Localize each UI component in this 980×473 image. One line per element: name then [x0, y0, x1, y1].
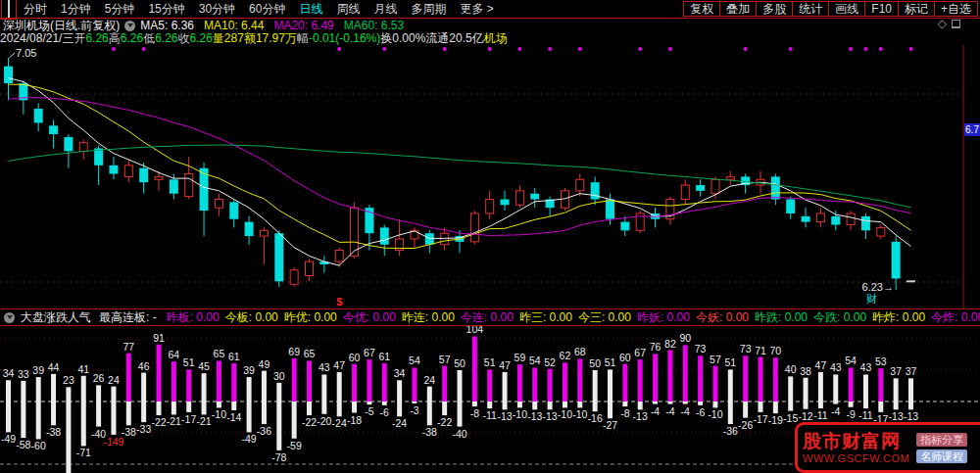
window-layout-icon — [8, 0, 10, 18]
indicator-field-今优: 今优: 0.00 — [343, 310, 396, 324]
indicator-bar-down — [36, 402, 41, 439]
menu-button-画线[interactable]: 画线 — [828, 1, 865, 17]
indicator-bar-up — [638, 359, 643, 402]
indicator-field-昨跌: 昨跌: 0.00 — [755, 310, 808, 324]
menu-bar: 分时1分钟5分钟15分钟30分钟60分钟日线周线月线多周期更多 > 复权叠加多股… — [0, 0, 980, 19]
menu-item-60分钟[interactable]: 60分钟 — [242, 1, 292, 18]
menu-button-F10[interactable]: F10 — [864, 1, 899, 17]
menu-button-复权[interactable]: 复权 — [683, 1, 720, 17]
signal-dot — [789, 47, 793, 51]
candle — [4, 67, 13, 83]
indicator-bar-up — [818, 372, 823, 402]
chart-corner-icons: ◇ — [938, 17, 960, 30]
menu-item-1分钟[interactable]: 1分钟 — [54, 1, 98, 18]
bar-top-label: 69 — [288, 346, 300, 357]
indicator-bar-down — [503, 402, 508, 409]
indicator-bar-down — [804, 402, 808, 409]
indicator-field-昨板: 昨板: 0.00 — [167, 310, 220, 324]
diamond-icon[interactable]: ◇ — [938, 17, 947, 30]
candle — [802, 216, 810, 222]
indicator-bar-down — [66, 402, 71, 473]
indicator-bar-down — [111, 402, 116, 435]
indicator-bar-up — [231, 363, 236, 402]
indicator-header: 大盘涨跌人气 最高连板: - 昨板: 0.00今板: 0.00昨优: 0.00今… — [0, 308, 980, 326]
indicator-bar-down — [638, 402, 643, 409]
duplicate-window-icon[interactable] — [952, 20, 960, 28]
indicator-bar-down — [622, 402, 627, 406]
signal-dot — [337, 47, 341, 51]
chevron-down-icon[interactable] — [124, 21, 135, 31]
bar-bottom-label: -11 — [813, 409, 828, 421]
stock-title[interactable]: 深圳机场(日线.前复权) — [3, 20, 120, 32]
indicator-bar-down — [157, 402, 162, 415]
menu-item-日线[interactable]: 日线 — [292, 1, 329, 18]
candle — [576, 179, 584, 191]
bar-bottom-label: -11 — [858, 409, 873, 421]
watermark-url: WWW.GSCFW.COM — [803, 452, 909, 465]
indicator-bar-down — [231, 402, 236, 410]
bar-top-label: 54 — [529, 355, 541, 366]
menu-button-+自选[interactable]: +自选 — [934, 1, 978, 17]
menu-item-多周期[interactable]: 多周期 — [404, 1, 453, 18]
quote-field: 换0.00% — [380, 32, 425, 45]
bar-top-label: 47 — [815, 359, 827, 371]
bar-bottom-label: -8 — [470, 407, 479, 419]
low-price-label: 6.23→ — [862, 281, 894, 293]
bar-top-label: 40 — [785, 363, 797, 375]
bar-top-label: 37 — [906, 365, 917, 377]
indicator-bar-down — [712, 402, 717, 407]
menu-item-周线[interactable]: 周线 — [329, 1, 367, 18]
candle — [726, 176, 734, 179]
signal-dot — [909, 47, 913, 51]
trading-app-window: 分时1分钟5分钟15分钟30分钟60分钟日线周线月线多周期更多 > 复权叠加多股… — [0, 0, 980, 473]
ma-value: MA10: 6.44 — [204, 20, 264, 32]
bar-bottom-label: -33 — [136, 423, 151, 435]
menu-item-30分钟[interactable]: 30分钟 — [192, 1, 242, 18]
watermark: 股市财富网 WWW.GSCFW.COM 指标分享 名师课程 — [795, 422, 980, 473]
candle — [591, 182, 600, 199]
candle — [290, 270, 298, 284]
indicator-bar-up — [878, 368, 883, 402]
indicator-bar-up — [908, 378, 913, 402]
main-chart[interactable]: 7.056.23→财$ — [0, 45, 980, 308]
menu-button-叠加[interactable]: 叠加 — [719, 1, 757, 17]
bar-bottom-label: -71 — [76, 447, 91, 458]
menu-button-多股[interactable]: 多股 — [756, 1, 793, 17]
candle — [351, 208, 359, 256]
candle — [94, 148, 103, 165]
menu-item-5分钟[interactable]: 5分钟 — [98, 1, 142, 18]
indicator-title[interactable]: 大盘涨跌人气 — [21, 309, 91, 325]
bar-bottom-label: -21 — [167, 415, 181, 427]
indicator-bar-down — [307, 402, 312, 415]
ma-value: MA5: 6.36 — [140, 20, 194, 32]
signal-dot — [638, 47, 642, 51]
bar-bottom-label: -38 — [46, 426, 61, 438]
indicator-bar-up — [458, 370, 463, 402]
indicator-bar-up — [698, 355, 703, 402]
bar-top-label: 43 — [860, 361, 872, 373]
bar-bottom-label: -49 — [1, 433, 16, 445]
window-layout-button[interactable] — [1, 0, 17, 20]
indicator-bar-up — [788, 376, 793, 402]
menu-button-统计[interactable]: 统计 — [792, 1, 829, 17]
menu-item-15分钟[interactable]: 15分钟 — [141, 1, 191, 18]
watermark-title: 股市财富网 — [803, 431, 909, 452]
candle — [786, 200, 795, 213]
indicator-field-昨优: 昨优: 0.00 — [284, 310, 337, 324]
bar-bottom-label: -13 — [904, 410, 918, 422]
signal-dot — [668, 47, 672, 51]
indicator-bar-down — [397, 402, 402, 416]
ma-value: MA60: 6.53 — [344, 20, 404, 32]
menu-button-标记[interactable]: 标记 — [898, 1, 935, 17]
indicator-bar-up — [653, 354, 658, 402]
candle — [109, 166, 118, 174]
menu-item-分时[interactable]: 分时 — [17, 1, 54, 18]
indicator-bar-down — [51, 402, 56, 425]
indicator-bar-down — [743, 402, 748, 418]
indicator-bar-up — [773, 357, 778, 402]
indicator-bar-up — [307, 360, 312, 402]
menu-item-月线[interactable]: 月线 — [367, 1, 404, 18]
menu-item-更多 >[interactable]: 更多 > — [453, 1, 500, 18]
quote-field: 幅-0.01(-0.16%) — [297, 32, 380, 45]
indicator-collapse-icon[interactable] — [4, 312, 15, 323]
